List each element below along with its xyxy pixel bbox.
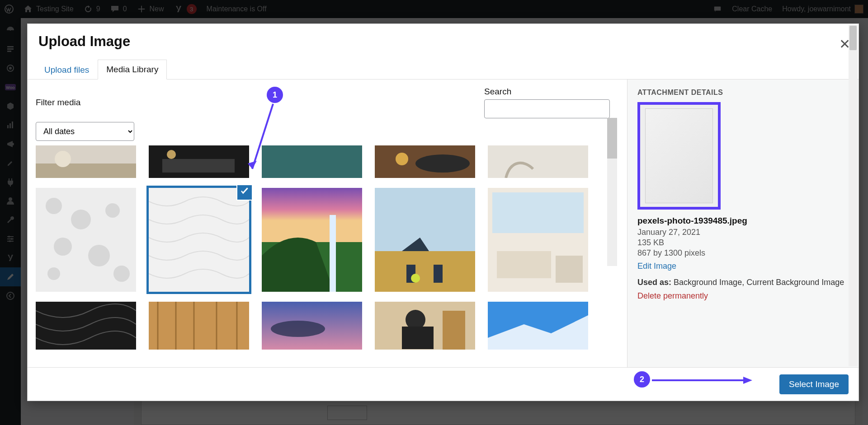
svg-rect-63 [443,311,465,350]
attachment-dimensions: 867 by 1300 pixels [637,248,849,258]
svg-rect-29 [488,145,588,178]
search-input[interactable] [484,99,610,118]
svg-rect-25 [262,145,362,178]
grid-scrollbar-thumb[interactable] [607,118,617,159]
search-label: Search [484,87,511,97]
attachment-date: January 27, 2021 [637,228,849,237]
media-item[interactable] [36,302,136,350]
media-grid [36,145,622,350]
media-item-selected[interactable] [149,188,249,292]
media-item[interactable] [262,188,362,292]
svg-rect-38 [149,188,249,292]
svg-rect-50 [556,256,583,283]
svg-point-34 [54,238,72,256]
svg-point-37 [47,267,60,280]
svg-point-59 [271,321,325,337]
attachment-filesize: 135 KB [637,238,849,248]
media-item[interactable] [488,302,588,350]
attachment-details-heading: ATTACHMENT DETAILS [637,89,849,97]
svg-rect-22 [162,159,235,173]
svg-rect-52 [149,302,249,350]
filter-media-label: Filter media [36,98,80,107]
grid-scrollbar[interactable] [607,118,617,266]
attachment-used-as: Used as: Background Image, Current Backg… [637,276,849,289]
svg-rect-19 [36,163,136,178]
svg-point-33 [105,203,120,218]
used-as-value: Background Image, Current Background Ima… [671,278,844,287]
svg-point-36 [113,266,130,282]
media-item[interactable] [262,145,362,178]
modal-scrollbar[interactable] [849,25,858,366]
media-item[interactable] [488,188,588,292]
svg-rect-45 [434,265,443,283]
media-item[interactable] [36,188,136,292]
check-icon [240,187,250,198]
attachment-filename: pexels-photo-1939485.jpeg [637,216,849,226]
svg-rect-62 [402,327,434,349]
tab-media-library[interactable]: Media Library [98,60,167,79]
media-grid-scroll[interactable] [28,145,627,397]
media-item[interactable] [149,302,249,350]
select-image-button[interactable]: Select Image [779,374,849,394]
media-item[interactable] [149,145,249,178]
media-item[interactable] [36,145,136,178]
svg-rect-43 [375,251,475,292]
svg-rect-48 [492,192,584,233]
media-item[interactable] [375,188,475,292]
modal-footer: Select Image [28,367,859,401]
svg-point-35 [88,245,110,266]
edit-image-link[interactable]: Edit Image [637,262,676,271]
filter-dates-select[interactable]: All dates [36,122,134,141]
delete-permanently-link[interactable]: Delete permanently [637,291,708,301]
media-item[interactable] [375,145,475,178]
modal-scrollbar-thumb[interactable] [849,26,857,50]
svg-rect-49 [497,251,551,278]
attachment-details: ATTACHMENT DETAILS pexels-photo-1939485.… [627,79,859,397]
svg-rect-42 [375,188,475,251]
svg-rect-41 [330,215,336,292]
modal-title: Upload Image [38,33,130,50]
tabs: Upload files Media Library [28,59,859,79]
svg-point-46 [411,274,420,283]
svg-point-27 [415,154,470,173]
tab-upload-files[interactable]: Upload files [36,60,98,79]
attachment-preview [637,102,721,210]
used-as-label: Used as: [637,278,671,287]
svg-rect-51 [36,302,136,350]
media-modal: Upload Image ✕ Upload files Media Librar… [27,23,859,401]
selected-check[interactable] [236,184,253,201]
media-item[interactable] [262,302,362,350]
svg-point-23 [167,150,176,159]
media-item[interactable] [375,302,475,350]
svg-rect-39 [262,188,362,242]
svg-point-28 [396,153,408,165]
media-item[interactable] [488,145,588,178]
svg-point-31 [46,198,62,214]
svg-point-32 [71,210,91,229]
svg-point-20 [55,151,71,167]
